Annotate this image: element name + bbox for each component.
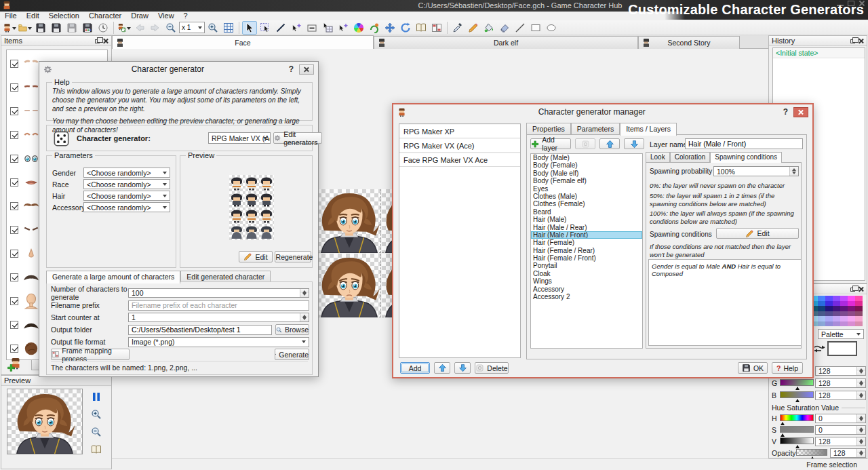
add-generator-button[interactable]: Add — [400, 362, 430, 374]
rotate-tool-button[interactable] — [398, 21, 413, 35]
close-panel-icon[interactable] — [859, 286, 864, 292]
palette-select[interactable]: Palette — [818, 329, 864, 339]
rect-select-tool-button[interactable] — [258, 21, 273, 35]
zoom-in-button[interactable] — [205, 21, 220, 35]
preview-zoom-in-button[interactable] — [90, 408, 102, 420]
layer-list-item[interactable]: Clothes (Male) — [531, 193, 642, 200]
item-checkbox[interactable] — [10, 178, 18, 187]
palette-swatch[interactable] — [848, 311, 855, 317]
move-generator-up-button[interactable] — [434, 362, 450, 374]
tab-look[interactable]: Look — [646, 152, 670, 162]
palette-swatch[interactable] — [825, 316, 833, 321]
counter-spinner[interactable]: 1 — [128, 313, 309, 322]
color-picker-tool-button[interactable] — [450, 21, 465, 35]
remove-layer-button[interactable] — [575, 138, 595, 149]
item-checkbox[interactable] — [10, 250, 18, 258]
close-panel-icon[interactable] — [103, 38, 108, 43]
blue-slider[interactable] — [780, 391, 814, 398]
tab-properties[interactable]: Properties — [526, 123, 571, 135]
parameter-select[interactable]: <Choose randomly> — [83, 179, 170, 189]
zoom-level-combo[interactable]: x 1 — [179, 22, 205, 33]
spinner-buttons[interactable] — [856, 426, 865, 434]
palette-swatch[interactable] — [833, 321, 840, 327]
layer-list-item[interactable]: Accessory — [531, 286, 642, 293]
dialog-help-button[interactable]: ? — [283, 64, 299, 74]
recolor-button[interactable] — [367, 21, 382, 35]
tab-items-layers[interactable]: Items / Layers — [620, 123, 677, 136]
move-tool-button[interactable] — [382, 21, 397, 35]
shrink-selection-button[interactable] — [304, 21, 319, 35]
spinner-buttons[interactable] — [856, 391, 865, 399]
generate-button[interactable]: Generate — [275, 349, 309, 360]
slider-marker[interactable] — [781, 420, 785, 425]
new-file-button[interactable] — [2, 21, 17, 35]
palette-swatch[interactable] — [833, 301, 840, 307]
move-layer-up-button[interactable] — [599, 138, 620, 149]
palette-swatch[interactable] — [848, 316, 855, 321]
tab-dark-elf[interactable]: Dark elf — [374, 36, 638, 49]
menu-item[interactable]: Edit — [22, 12, 44, 20]
menu-item[interactable]: Character — [84, 12, 126, 20]
fill-tool-button[interactable] — [481, 21, 496, 35]
palette-swatch[interactable] — [840, 316, 848, 321]
palette-swatch[interactable] — [818, 311, 825, 317]
menu-item[interactable]: File — [0, 12, 22, 20]
palette-swatch[interactable] — [855, 296, 863, 301]
add-item-button[interactable] — [5, 357, 26, 372]
item-checkbox[interactable] — [10, 297, 18, 305]
layer-list-item[interactable]: Hair (Female / Rear) — [531, 247, 642, 254]
probability-spinner[interactable]: 100% — [713, 166, 799, 176]
float-panel-icon[interactable] — [850, 39, 855, 43]
layer-list-item[interactable]: Body (Male) — [531, 154, 642, 161]
spinner-buttons[interactable] — [856, 379, 865, 387]
slider-marker[interactable] — [795, 397, 800, 402]
item-checkbox[interactable] — [10, 83, 18, 92]
palette-swatch[interactable] — [833, 306, 840, 311]
palette-swatch[interactable] — [840, 311, 848, 317]
palette-swatch[interactable] — [825, 311, 833, 317]
layer-list-item[interactable]: Ponytail — [531, 262, 642, 269]
color-wheel-button[interactable] — [351, 21, 366, 35]
slider-marker[interactable] — [781, 431, 785, 437]
layer-list-item[interactable]: Cloak — [531, 270, 642, 277]
saturation-slider[interactable] — [780, 426, 814, 433]
layer-list-item[interactable]: Hair (Male / Front) — [531, 231, 642, 239]
float-panel-icon[interactable] — [95, 39, 100, 43]
close-panel-icon[interactable] — [859, 38, 864, 43]
palette-swatch[interactable] — [818, 321, 825, 327]
frame-mapping-button[interactable]: Frame mapping process — [51, 349, 130, 360]
rectangle-tool-button[interactable] — [528, 21, 543, 35]
slider-marker[interactable] — [795, 443, 800, 448]
slider-marker[interactable] — [795, 385, 800, 390]
face-frame[interactable] — [317, 189, 381, 253]
palette-swatch[interactable] — [840, 301, 848, 307]
export-image-button[interactable] — [80, 21, 95, 35]
item-checkbox[interactable] — [10, 155, 18, 163]
layer-list-item[interactable]: Hair (Female) — [531, 239, 642, 246]
dialog-help-button[interactable]: ? — [778, 107, 793, 117]
pencil-tool-button[interactable] — [466, 21, 481, 35]
menu-item[interactable]: ? — [179, 12, 193, 20]
spinner-buttons[interactable] — [856, 437, 865, 446]
prefix-input[interactable] — [128, 300, 309, 311]
select-color-button[interactable] — [336, 21, 351, 35]
maximize-button[interactable] — [848, 1, 854, 6]
layer-list-item[interactable]: Hair (Male) — [531, 216, 642, 223]
move-layer-down-button[interactable] — [624, 138, 644, 149]
green-slider[interactable] — [780, 379, 814, 386]
preview-pause-button[interactable] — [90, 391, 102, 403]
layer-list-item[interactable]: Beard — [531, 208, 642, 216]
menu-item[interactable]: Selection — [44, 12, 84, 20]
tab-spawning-conditions[interactable]: Spawning conditions — [710, 152, 782, 163]
save-button[interactable] — [33, 21, 48, 35]
hue-slider[interactable] — [780, 414, 814, 421]
select-tool-button[interactable] — [242, 21, 257, 35]
parameter-select[interactable]: <Choose randomly> — [83, 168, 170, 178]
spinner-buttons[interactable] — [300, 313, 309, 321]
value-spinner[interactable]: 128 — [815, 437, 866, 446]
palette-swatch[interactable] — [825, 306, 833, 311]
swap-colors-icon[interactable] — [814, 344, 825, 353]
browse-button[interactable]: Browse — [275, 324, 309, 335]
frames-button[interactable] — [429, 21, 444, 35]
palette-swatch[interactable] — [833, 296, 840, 301]
